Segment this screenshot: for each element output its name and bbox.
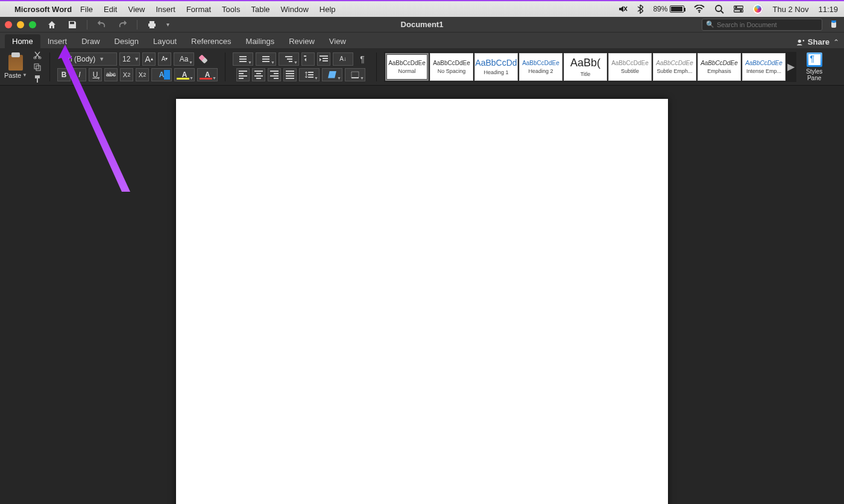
- cut-icon[interactable]: [33, 51, 42, 59]
- multilevel-list-button[interactable]: ▼: [279, 52, 299, 66]
- wifi-icon[interactable]: [694, 5, 705, 13]
- align-left-button[interactable]: [236, 68, 250, 81]
- bluetooth-icon[interactable]: [637, 4, 643, 14]
- clipboard-group: Paste ▼: [4, 51, 42, 83]
- style-intense-emphasis[interactable]: AaBbCcDdEe Intense Emp...: [742, 53, 786, 81]
- battery-icon: [670, 5, 684, 13]
- group-divider: [225, 52, 225, 81]
- tab-insert[interactable]: Insert: [40, 34, 75, 48]
- share-button[interactable]: Share: [796, 37, 830, 46]
- decrease-indent-button[interactable]: [301, 52, 315, 66]
- paste-label[interactable]: Paste: [4, 72, 21, 79]
- bullets-button[interactable]: ▼: [233, 52, 253, 66]
- battery-status[interactable]: 89%: [653, 5, 684, 13]
- change-case-button[interactable]: Aa▼: [174, 52, 194, 66]
- paste-icon[interactable]: [8, 55, 23, 71]
- menubar-window[interactable]: Window: [281, 5, 309, 14]
- copy-icon[interactable]: [33, 63, 42, 71]
- font-color-button[interactable]: A▼: [197, 68, 218, 81]
- window-minimize-button[interactable]: [17, 21, 24, 28]
- document-search-input[interactable]: [717, 21, 818, 28]
- strikethrough-button[interactable]: abc: [104, 68, 118, 81]
- clear-formatting-button[interactable]: [197, 52, 210, 66]
- sort-button[interactable]: A↓: [333, 52, 353, 66]
- shrink-font-button[interactable]: A▾: [158, 52, 171, 66]
- justify-button[interactable]: [283, 68, 297, 81]
- document-canvas[interactable]: [0, 86, 844, 504]
- numbering-button[interactable]: ▼: [256, 52, 276, 66]
- qat-redo-icon[interactable]: [116, 19, 128, 31]
- window-maximize-button[interactable]: [29, 21, 36, 28]
- shading-button[interactable]: ▼: [322, 68, 342, 81]
- styles-pane-button[interactable]: Styles Pane: [806, 52, 822, 81]
- svg-rect-11: [150, 26, 154, 28]
- menubar-file[interactable]: File: [80, 5, 93, 14]
- menubar-table[interactable]: Table: [251, 5, 269, 14]
- paste-dropdown[interactable]: ▼: [22, 72, 27, 78]
- italic-button[interactable]: I: [73, 68, 86, 81]
- superscript-button[interactable]: X2: [136, 68, 149, 81]
- svg-point-2: [699, 11, 701, 13]
- font-name-dropdown[interactable]: ri (Body) ▼: [65, 52, 117, 66]
- style-subtle-emphasis[interactable]: AaBbCcDdEe Subtle Emph...: [653, 53, 696, 81]
- tab-review[interactable]: Review: [282, 34, 322, 48]
- menubar-edit[interactable]: Edit: [104, 5, 117, 14]
- tab-mailings[interactable]: Mailings: [239, 34, 282, 48]
- document-search-box[interactable]: 🔍: [702, 19, 822, 31]
- dictate-icon[interactable]: [828, 19, 839, 30]
- control-center-icon[interactable]: [734, 5, 743, 13]
- style-normal[interactable]: AaBbCcDdEe Normal: [385, 53, 429, 81]
- style-heading-1[interactable]: AaBbCcDd Heading 1: [474, 53, 518, 81]
- styles-gallery: AaBbCcDdEe Normal AaBbCcDdEe No Spacing …: [384, 52, 796, 82]
- volume-muted-icon[interactable]: [618, 4, 628, 14]
- svg-rect-19: [37, 78, 38, 83]
- window-close-button[interactable]: [5, 21, 12, 28]
- qat-home-icon[interactable]: [46, 19, 58, 31]
- spotlight-icon[interactable]: [714, 4, 724, 14]
- tab-design[interactable]: Design: [107, 34, 146, 48]
- menubar-insert[interactable]: Insert: [156, 5, 175, 14]
- borders-button[interactable]: ▼: [345, 68, 365, 81]
- style-emphasis[interactable]: AaBbCcDdEe Emphasis: [698, 53, 741, 81]
- svg-line-4: [721, 11, 723, 13]
- style-no-spacing[interactable]: AaBbCcDdEe No Spacing: [430, 53, 473, 81]
- style-title[interactable]: AaBb( Title: [564, 53, 607, 81]
- siri-icon[interactable]: [753, 4, 763, 14]
- qat-save-icon[interactable]: [66, 19, 78, 31]
- styles-gallery-next[interactable]: ▶: [787, 53, 795, 81]
- align-right-button[interactable]: [268, 68, 281, 81]
- line-spacing-button[interactable]: ▼: [299, 68, 320, 81]
- qat-undo-icon[interactable]: [96, 19, 108, 31]
- tab-references[interactable]: References: [184, 34, 238, 48]
- increase-indent-button[interactable]: [317, 52, 330, 66]
- document-page[interactable]: [176, 99, 668, 504]
- text-effects-button[interactable]: A▼: [151, 68, 172, 81]
- bold-button[interactable]: B: [57, 68, 71, 81]
- menubar-tools[interactable]: Tools: [222, 5, 240, 14]
- grow-font-button[interactable]: A▴: [142, 52, 156, 66]
- style-subtitle[interactable]: AaBbCcDdEe Subtitle: [608, 53, 652, 81]
- tab-draw[interactable]: Draw: [74, 34, 107, 48]
- underline-button[interactable]: U▼: [89, 68, 102, 81]
- tab-home[interactable]: Home: [5, 34, 40, 48]
- align-center-button[interactable]: [252, 68, 265, 81]
- format-painter-icon[interactable]: [33, 75, 42, 83]
- ribbon-collapse-button[interactable]: ⌃: [833, 38, 839, 46]
- menubar-view[interactable]: View: [128, 5, 145, 14]
- tab-layout[interactable]: Layout: [146, 34, 184, 48]
- qat-print-icon[interactable]: [146, 19, 158, 31]
- font-size-dropdown[interactable]: 12 ▼: [119, 52, 140, 66]
- show-paragraph-marks-button[interactable]: ¶: [356, 52, 369, 66]
- subscript-button[interactable]: X2: [120, 68, 133, 81]
- menubar-app-name[interactable]: Microsoft Word: [14, 5, 72, 14]
- style-heading-2[interactable]: AaBbCcDdEe Heading 2: [519, 53, 562, 81]
- menubar-date[interactable]: Thu 2 Nov: [772, 5, 808, 14]
- tab-view[interactable]: View: [322, 34, 353, 48]
- highlight-color-button[interactable]: A▼: [174, 68, 195, 81]
- svg-rect-20: [351, 72, 359, 78]
- styles-pane-icon: [807, 52, 822, 67]
- menubar-time[interactable]: 11:19: [818, 5, 838, 14]
- menubar-help[interactable]: Help: [320, 5, 336, 14]
- menubar-format[interactable]: Format: [186, 5, 211, 14]
- qat-customize-dropdown[interactable]: ▾: [166, 21, 169, 28]
